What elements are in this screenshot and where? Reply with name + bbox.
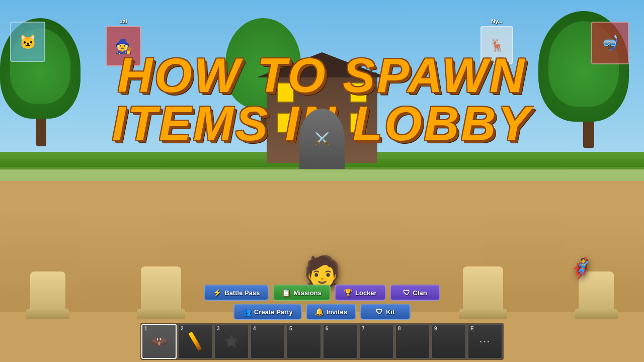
slot-number-6: 6 [326,326,329,331]
character-top-left: 🐱 [10,22,45,62]
clan-button[interactable]: 🛡 Clan [390,285,440,301]
create-party-icon: 👥 [243,308,251,316]
missions-icon: 📋 [282,289,290,297]
kit-label: Kit [386,308,394,316]
invites-label: Invites [327,308,347,316]
hotbar-slot-2[interactable]: 2 [178,324,213,359]
slot-number-5: 5 [289,326,292,331]
character-top-center-right: Ny... 🦌 [480,18,513,64]
building-window-3 [277,113,294,133]
button-row-2: 👥 Create Party 🔔 Invites 🛡 Kit [233,304,411,320]
hotbar-slot-6[interactable]: 6 [323,324,358,359]
stone-arch: ⚔️ [299,109,345,169]
slot-number-2: 2 [181,326,184,331]
spiky-item [222,332,240,350]
character-top-center-left: uzi 🧙 [106,18,141,66]
building-window-1 [277,82,294,103]
slot-number-e: E [470,326,474,331]
missions-label: Missions [293,289,321,297]
hotbar-slot-e[interactable]: E ··· [467,324,503,359]
kit-icon: 🛡 [376,308,383,316]
kit-button[interactable]: 🛡 Kit [360,304,411,320]
slot-number-3: 3 [217,326,220,331]
hotbar-slot-8[interactable]: 8 [395,324,430,359]
clan-icon: 🛡 [403,289,410,297]
slot-number-9: 9 [434,326,437,331]
battle-pass-label: Battle Pass [224,289,260,297]
building-window-2 [350,82,367,103]
battle-pass-button[interactable]: ⚡ Battle Pass [204,285,269,301]
locker-label: Locker [355,289,377,297]
hud-area: ⚡ Battle Pass 📋 Missions 🏆 Locker 🛡 Clan… [0,272,644,362]
locker-button[interactable]: 🏆 Locker [335,285,386,301]
locker-icon: 🏆 [344,289,352,297]
battle-pass-icon: ⚡ [213,289,221,297]
button-row-1: ⚡ Battle Pass 📋 Missions 🏆 Locker 🛡 Clan [204,285,440,301]
invites-button[interactable]: 🔔 Invites [306,304,356,320]
slot-number-1: 1 [144,326,147,331]
slot-number-7: 7 [362,326,365,331]
clan-label: Clan [413,289,427,297]
hotbar-slot-9[interactable]: 9 [431,324,466,359]
sword-item [189,332,202,351]
character-top-right: 🤿 [591,22,629,64]
bat-item: 🦇 [150,333,168,350]
create-party-button[interactable]: 👥 Create Party [233,304,302,320]
create-party-label: Create Party [254,308,293,316]
missions-button[interactable]: 📋 Missions [273,285,331,301]
hotbar-slot-5[interactable]: 5 [286,324,321,359]
slot-number-4: 4 [253,326,256,331]
hotbar: 1 🦇 2 3 4 5 6 7 8 [140,323,504,360]
hotbar-slot-3[interactable]: 3 [214,324,249,359]
slot-number-8: 8 [398,326,401,331]
building-window-4 [350,113,367,133]
more-items-dots: ··· [479,336,491,347]
invites-icon: 🔔 [315,308,324,316]
hotbar-slot-1[interactable]: 1 🦇 [141,324,177,359]
hotbar-slot-7[interactable]: 7 [359,324,394,359]
hotbar-slot-4[interactable]: 4 [250,324,285,359]
